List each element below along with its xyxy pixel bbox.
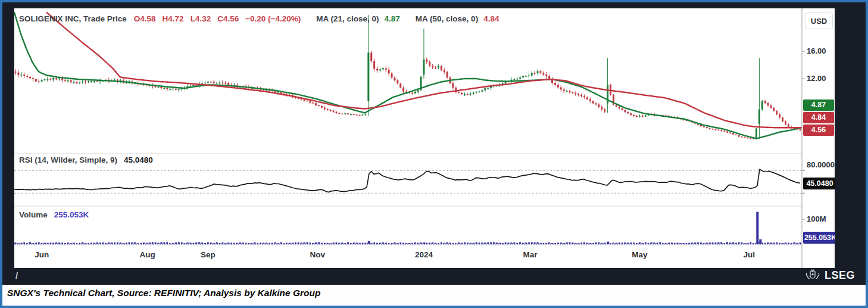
currency-selector[interactable]: USD — [805, 13, 833, 29]
price-legend: SOLIGENIX INC, Trade Price O4.58 H4.72 L… — [19, 14, 499, 23]
rsi-label: RSI (14, Wilder, Simple, 9) — [19, 155, 117, 164]
ma50-label: MA (50, close, 0) — [416, 14, 478, 23]
x-axis-label-jul: Jul — [736, 250, 762, 259]
volume-tick-100m: 100M — [807, 214, 826, 225]
x-axis-label-jun: Jun — [29, 250, 55, 259]
price-panel — [14, 13, 802, 139]
volume-legend[interactable]: Volume 255.053K — [19, 210, 89, 219]
command-slash[interactable]: / — [15, 270, 18, 281]
chart-area: SOLIGENIX INC, Trade Price O4.58 H4.72 L… — [14, 8, 835, 268]
change-value: −0.20 (−4.20%) — [245, 14, 301, 23]
ma21-value: 4.87 — [385, 14, 400, 23]
ma21-label: MA (21, close, 0) — [316, 14, 379, 23]
ma50-price-badge: 4.84 — [803, 112, 834, 123]
lseg-wordmark: LSEG — [825, 269, 855, 282]
instrument-title: SOLIGENIX INC, Trade Price — [19, 14, 127, 23]
price-tick-16: 16.00 — [807, 46, 826, 57]
panel-separators — [14, 154, 802, 245]
volume-label: Volume — [19, 210, 48, 219]
rsi-tick-80: 80.0000 — [807, 160, 835, 170]
low-value: L4.32 — [191, 14, 211, 23]
rsi-value-badge: 45.0480 — [803, 178, 835, 189]
open-value: O4.58 — [134, 14, 156, 23]
volume-value-badge: 255.053K — [803, 232, 835, 244]
x-axis-label-2024: 2024 — [411, 250, 437, 259]
ma21-price-badge: 4.87 — [803, 99, 834, 111]
caption-bar: SNGX's Technical Chart, Source: REFINITI… — [2, 285, 866, 306]
x-axis-label-nov: Nov — [304, 250, 330, 259]
chart-canvas[interactable] — [14, 8, 835, 268]
x-axis-label-mar: Mar — [517, 250, 544, 259]
rsi-legend[interactable]: RSI (14, Wilder, Simple, 9) 45.0480 — [19, 155, 153, 164]
x-axis-label-aug: Aug — [135, 250, 161, 259]
lseg-crest-icon — [805, 269, 820, 282]
close-value: C4.56 — [217, 14, 239, 23]
rsi-panel — [14, 169, 802, 193]
price-axis-column[interactable]: USD 16.00 12.00 80.0000 100M 4.87 4.84 4… — [802, 8, 835, 268]
ohlc-values: O4.58 H4.72 L4.32 C4.56 −0.20 (−4.20%) — [134, 14, 301, 23]
chart-window: SOLIGENIX INC, Trade Price O4.58 H4.72 L… — [0, 0, 868, 308]
high-value: H4.72 — [163, 14, 184, 23]
ma50-legend[interactable]: MA (50, close, 0) 4.84 — [416, 14, 499, 23]
rsi-value: 45.0480 — [124, 155, 153, 164]
volume-value: 255.053K — [54, 210, 89, 219]
x-axis-label-may: May — [626, 250, 652, 259]
last-price-badge: 4.56 — [803, 125, 834, 136]
price-tick-12: 12.00 — [807, 73, 826, 84]
x-axis-label-sep: Sep — [195, 250, 221, 259]
volume-panel — [14, 212, 802, 244]
ma21-legend[interactable]: MA (21, close, 0) 4.87 — [316, 14, 400, 23]
ma50-value: 4.84 — [483, 14, 499, 23]
lseg-logo: LSEG — [805, 269, 855, 282]
caption: SNGX's Technical Chart, Source: REFINITI… — [7, 288, 321, 298]
footer-bar: / LSEG — [2, 268, 866, 285]
